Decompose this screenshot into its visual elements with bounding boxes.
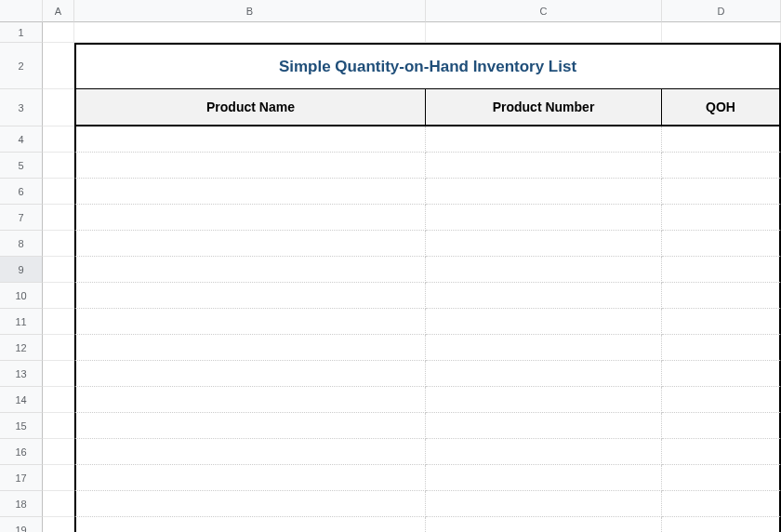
header-product-name[interactable]: Product Name [74, 89, 426, 126]
cell-d19[interactable] [662, 517, 781, 532]
cell-c14[interactable] [426, 387, 662, 413]
row-headers: 1 2 3 4 5 6 7 8 9 10 11 12 13 14 15 16 1… [0, 22, 43, 532]
header-product-number[interactable]: Product Number [426, 89, 662, 126]
cell-d1[interactable] [662, 22, 781, 43]
row-header-10[interactable]: 10 [0, 283, 43, 309]
cell-c9[interactable] [426, 257, 662, 283]
row-header-11[interactable]: 11 [0, 309, 43, 335]
column-header-b[interactable]: B [74, 0, 426, 22]
cell-a13[interactable] [43, 361, 74, 387]
cell-d11[interactable] [662, 309, 781, 335]
cell-b17[interactable] [74, 465, 426, 491]
row-header-16[interactable]: 16 [0, 439, 43, 465]
row-header-4[interactable]: 4 [0, 126, 43, 153]
row-header-8[interactable]: 8 [0, 231, 43, 257]
cell-a11[interactable] [43, 309, 74, 335]
row-header-18[interactable]: 18 [0, 491, 43, 517]
cell-c1[interactable] [426, 22, 662, 43]
cell-d17[interactable] [662, 465, 781, 491]
cell-b12[interactable] [74, 335, 426, 361]
row-header-14[interactable]: 14 [0, 387, 43, 413]
cell-c8[interactable] [426, 231, 662, 257]
cell-b11[interactable] [74, 309, 426, 335]
row-header-6[interactable]: 6 [0, 179, 43, 205]
cell-c6[interactable] [426, 179, 662, 205]
row-header-7[interactable]: 7 [0, 205, 43, 231]
row-header-9[interactable]: 9 [0, 257, 43, 283]
cell-c13[interactable] [426, 361, 662, 387]
cell-a9[interactable] [43, 257, 74, 283]
cell-b9[interactable] [74, 257, 426, 283]
cell-a3[interactable] [43, 89, 74, 126]
cell-b6[interactable] [74, 179, 426, 205]
cell-a16[interactable] [43, 439, 74, 465]
cell-c19[interactable] [426, 517, 662, 532]
cell-a7[interactable] [43, 205, 74, 231]
cell-b18[interactable] [74, 491, 426, 517]
cell-a2[interactable] [43, 43, 74, 89]
inventory-title[interactable]: Simple Quantity-on-Hand Inventory List [74, 43, 781, 89]
cell-b5[interactable] [74, 153, 426, 179]
cell-a14[interactable] [43, 387, 74, 413]
row-16 [43, 439, 781, 465]
column-header-d[interactable]: D [662, 0, 781, 22]
cell-c4[interactable] [426, 126, 662, 153]
cell-a1[interactable] [43, 22, 74, 43]
cell-b1[interactable] [74, 22, 426, 43]
cell-a18[interactable] [43, 491, 74, 517]
cell-c18[interactable] [426, 491, 662, 517]
cell-d13[interactable] [662, 361, 781, 387]
row-header-17[interactable]: 17 [0, 465, 43, 491]
cell-a6[interactable] [43, 179, 74, 205]
cell-d14[interactable] [662, 387, 781, 413]
cell-b16[interactable] [74, 439, 426, 465]
cell-c12[interactable] [426, 335, 662, 361]
cell-d10[interactable] [662, 283, 781, 309]
cell-d6[interactable] [662, 179, 781, 205]
cell-b4[interactable] [74, 126, 426, 153]
cell-a12[interactable] [43, 335, 74, 361]
cell-d8[interactable] [662, 231, 781, 257]
cell-a17[interactable] [43, 465, 74, 491]
cell-d4[interactable] [662, 126, 781, 153]
cell-d15[interactable] [662, 413, 781, 439]
select-all-corner[interactable] [0, 0, 43, 22]
cell-c11[interactable] [426, 309, 662, 335]
row-header-3[interactable]: 3 [0, 89, 43, 126]
cell-c10[interactable] [426, 283, 662, 309]
cell-a8[interactable] [43, 231, 74, 257]
cell-a10[interactable] [43, 283, 74, 309]
row-header-19[interactable]: 19 [0, 517, 43, 532]
cell-d18[interactable] [662, 491, 781, 517]
cell-d7[interactable] [662, 205, 781, 231]
cell-c7[interactable] [426, 205, 662, 231]
cell-b14[interactable] [74, 387, 426, 413]
cell-b7[interactable] [74, 205, 426, 231]
cell-d12[interactable] [662, 335, 781, 361]
cell-c5[interactable] [426, 153, 662, 179]
column-header-a[interactable]: A [43, 0, 74, 22]
cell-b13[interactable] [74, 361, 426, 387]
cell-d16[interactable] [662, 439, 781, 465]
cell-a4[interactable] [43, 126, 74, 153]
row-header-12[interactable]: 12 [0, 335, 43, 361]
cell-b19[interactable] [74, 517, 426, 532]
column-header-c[interactable]: C [426, 0, 662, 22]
cell-b15[interactable] [74, 413, 426, 439]
cell-a15[interactable] [43, 413, 74, 439]
cell-a19[interactable] [43, 517, 74, 532]
row-header-15[interactable]: 15 [0, 413, 43, 439]
row-header-5[interactable]: 5 [0, 153, 43, 179]
cell-c16[interactable] [426, 439, 662, 465]
cell-b10[interactable] [74, 283, 426, 309]
cell-b8[interactable] [74, 231, 426, 257]
cell-d5[interactable] [662, 153, 781, 179]
row-header-2[interactable]: 2 [0, 43, 43, 89]
row-header-13[interactable]: 13 [0, 361, 43, 387]
header-qoh[interactable]: QOH [662, 89, 781, 126]
cell-d9[interactable] [662, 257, 781, 283]
cell-a5[interactable] [43, 153, 74, 179]
cell-c15[interactable] [426, 413, 662, 439]
row-header-1[interactable]: 1 [0, 22, 43, 43]
cell-c17[interactable] [426, 465, 662, 491]
